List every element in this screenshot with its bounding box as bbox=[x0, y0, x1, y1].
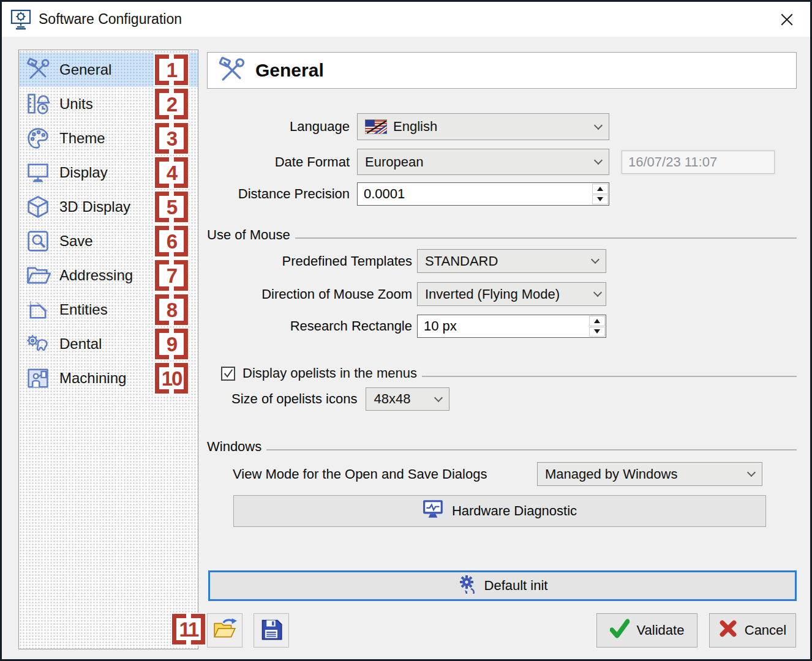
date-preview-field bbox=[622, 151, 775, 174]
distance-precision-input[interactable] bbox=[358, 183, 592, 205]
cancel-button[interactable]: Cancel bbox=[709, 613, 796, 648]
view-mode-value: Managed by Windows bbox=[545, 466, 677, 482]
sidebar-item-label: 3D Display bbox=[59, 198, 130, 215]
sidebar-item-save[interactable]: Save 6 bbox=[19, 224, 198, 258]
chevron-down-icon bbox=[594, 121, 603, 129]
chevron-down-icon bbox=[593, 288, 602, 297]
date-format-select[interactable]: European bbox=[357, 149, 609, 175]
research-rectangle-stepper bbox=[417, 315, 606, 338]
som-badge-2: 2 bbox=[155, 89, 188, 119]
sidebar-item-label: Entities bbox=[59, 301, 108, 318]
predefined-templates-select[interactable]: STANDARD bbox=[417, 249, 606, 273]
research-rectangle-input[interactable] bbox=[418, 315, 588, 337]
view-mode-label: View Mode for the Open and Save Dialogs bbox=[233, 466, 532, 482]
settings-category-sidebar: General 1 Units 2 Theme 3 bbox=[18, 50, 198, 649]
sidebar-item-dental[interactable]: Dental 9 bbox=[19, 327, 198, 361]
sidebar-item-theme[interactable]: Theme 3 bbox=[19, 121, 198, 155]
green-check-icon bbox=[610, 619, 630, 642]
page-header: General bbox=[207, 52, 797, 89]
sidebar-item-label: Save bbox=[59, 233, 93, 250]
arrow-down-icon bbox=[594, 329, 600, 334]
crossed-tools-icon bbox=[24, 56, 52, 84]
folder-open-icon bbox=[212, 618, 238, 643]
page-title: General bbox=[255, 60, 324, 81]
group-title-text: Use of Mouse bbox=[207, 227, 290, 243]
arrow-up-icon bbox=[594, 319, 600, 323]
machine-icon bbox=[24, 364, 52, 392]
drawing-icon bbox=[24, 296, 52, 324]
default-init-button[interactable]: Default init bbox=[208, 570, 797, 601]
spin-up-button[interactable] bbox=[592, 184, 608, 194]
som-badge-1: 1 bbox=[155, 54, 188, 85]
som-badge-6: 6 bbox=[155, 226, 188, 256]
display-opelists-checkbox[interactable] bbox=[221, 367, 235, 381]
opelists-size-value: 48x48 bbox=[374, 391, 410, 407]
validate-button[interactable]: Validate bbox=[596, 613, 697, 648]
window-title: Software Configuration bbox=[39, 11, 182, 28]
group-title-text: Windows bbox=[207, 439, 261, 455]
chevron-down-icon bbox=[591, 255, 600, 264]
distance-precision-stepper bbox=[357, 182, 609, 206]
ruler-bell-clock-icon bbox=[24, 90, 52, 118]
view-mode-select[interactable]: Managed by Windows bbox=[537, 462, 762, 486]
predefined-templates-label: Predefined Templates bbox=[207, 253, 417, 269]
spin-up-button[interactable] bbox=[589, 316, 605, 326]
disk-magnifier-icon bbox=[24, 227, 52, 255]
red-x-icon bbox=[719, 619, 737, 641]
floppy-disk-icon bbox=[259, 617, 284, 644]
opelists-size-label: Size of opelists icons bbox=[231, 391, 366, 407]
mouse-zoom-select[interactable]: Inverted (Flying Mode) bbox=[417, 282, 606, 306]
chevron-down-icon bbox=[747, 468, 756, 477]
language-label: Language bbox=[207, 119, 357, 135]
sidebar-item-label: Dental bbox=[59, 335, 102, 353]
som-badge-3: 3 bbox=[155, 123, 188, 154]
monitor-icon bbox=[24, 159, 52, 187]
research-rectangle-label: Research Rectangle bbox=[207, 318, 417, 334]
cube-icon bbox=[24, 193, 52, 221]
arrow-up-icon bbox=[597, 187, 603, 191]
palette-icon bbox=[24, 124, 52, 152]
hardware-diagnostic-button[interactable]: Hardware Diagnostic bbox=[233, 495, 766, 527]
crossed-tools-icon bbox=[216, 55, 247, 86]
language-select[interactable]: English bbox=[357, 113, 609, 140]
sidebar-item-label: Addressing bbox=[59, 267, 133, 284]
predefined-templates-value: STANDARD bbox=[425, 253, 498, 269]
som-badge-4: 4 bbox=[155, 157, 188, 188]
save-config-button[interactable] bbox=[254, 613, 289, 648]
sidebar-item-label: Theme bbox=[59, 130, 105, 147]
sidebar-item-addressing[interactable]: Addressing 7 bbox=[19, 258, 198, 293]
gear-tooth-icon bbox=[24, 330, 52, 358]
chevron-down-icon bbox=[594, 156, 603, 165]
sidebar-item-general[interactable]: General 1 bbox=[19, 53, 198, 87]
default-init-label: Default init bbox=[484, 578, 548, 594]
title-bar: Software Configuration bbox=[2, 2, 810, 37]
sidebar-item-machining[interactable]: Machining 10 bbox=[19, 361, 198, 395]
sidebar-item-label: Display bbox=[59, 164, 108, 181]
spin-down-button[interactable] bbox=[592, 195, 608, 205]
som-badge-10: 10 bbox=[155, 363, 188, 394]
distance-precision-label: Distance Precision bbox=[207, 186, 357, 202]
sidebar-item-entities[interactable]: Entities 8 bbox=[19, 293, 198, 327]
sidebar-item-label: Units bbox=[59, 95, 93, 113]
sidebar-item-units[interactable]: Units 2 bbox=[19, 87, 198, 121]
som-badge-5: 5 bbox=[155, 192, 188, 222]
mouse-zoom-value: Inverted (Flying Mode) bbox=[425, 286, 560, 302]
sidebar-item-display[interactable]: Display 4 bbox=[19, 155, 198, 190]
language-value: English bbox=[393, 119, 437, 135]
som-badge-7: 7 bbox=[155, 260, 188, 291]
date-format-label: Date Format bbox=[207, 154, 357, 170]
folder-open-icon bbox=[24, 261, 52, 289]
monitor-pulse-icon bbox=[423, 499, 445, 523]
opelists-size-select[interactable]: 48x48 bbox=[366, 387, 449, 411]
open-config-button[interactable] bbox=[207, 613, 242, 648]
sidebar-item-label: General bbox=[59, 61, 111, 78]
spin-down-button[interactable] bbox=[589, 327, 605, 337]
sidebar-item-label: Machining bbox=[59, 370, 126, 387]
use-of-mouse-group-title: Use of Mouse bbox=[207, 227, 797, 243]
mouse-zoom-label: Direction of Mouse Zoom bbox=[207, 286, 417, 302]
chevron-down-icon bbox=[434, 393, 443, 401]
close-icon[interactable] bbox=[770, 6, 804, 34]
validate-label: Validate bbox=[637, 622, 685, 638]
som-badge-8: 8 bbox=[155, 294, 188, 325]
sidebar-item-3d-display[interactable]: 3D Display 5 bbox=[19, 190, 198, 224]
